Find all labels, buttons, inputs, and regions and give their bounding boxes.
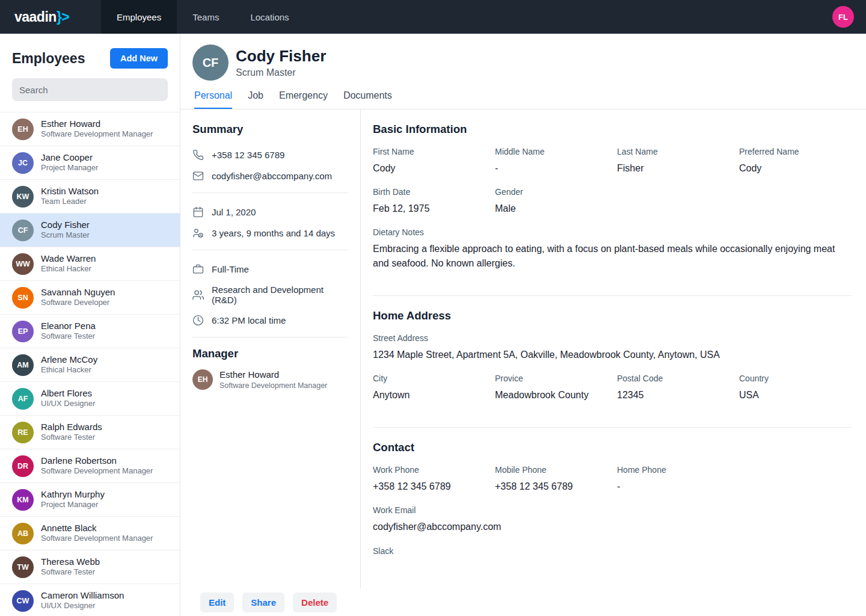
profile-role: Scrum Master xyxy=(236,67,326,78)
employee-avatar: RE xyxy=(12,422,34,443)
main-panel: CF Cody Fisher Scrum Master Personal Job… xyxy=(180,34,866,616)
topnav-item[interactable]: Teams xyxy=(177,0,235,34)
employee-job-title: Ethical Hacker xyxy=(41,264,96,274)
employee-job-title: Software Tester xyxy=(41,567,100,578)
employee-name: Jane Cooper xyxy=(41,152,98,164)
field: Gender Male xyxy=(495,187,607,215)
field: Slack xyxy=(373,546,485,561)
summary-employment-type-value: Full-Time xyxy=(212,264,249,274)
field-row: Dietary Notes Embracing a flexible appro… xyxy=(373,227,852,270)
employee-text: Annette Black Software Development Manag… xyxy=(41,523,153,544)
employee-text: Cameron Williamson UI/UX Designer xyxy=(41,590,124,612)
field-row: Street Address 1234 Maple Street, Apartm… xyxy=(373,333,852,362)
employee-name: Eleanor Pena xyxy=(41,321,96,332)
field-value: 12345 xyxy=(617,388,729,402)
section-rows: First Name Cody Middle Name - xyxy=(373,147,852,270)
employee-list-item[interactable]: SN Savannah Nguyen Software Developer xyxy=(0,281,180,315)
field-label: First Name xyxy=(373,147,485,156)
employee-list-item[interactable]: KM Kathryn Murphy Project Manager xyxy=(0,483,180,517)
manager-name: Esther Howard xyxy=(220,369,327,381)
field-row: Birth Date Feb 12, 1975 Gender Male xyxy=(373,187,852,215)
employee-list-item[interactable]: AF Albert Flores UI/UX Designer xyxy=(0,382,180,416)
field: Mobile Phone +358 12 345 6789 xyxy=(495,465,607,493)
employee-avatar: CF xyxy=(12,220,34,241)
profile-avatar: CF xyxy=(192,45,229,81)
field-value: Cody xyxy=(373,161,485,175)
employee-list-item[interactable]: CF Cody Fisher Scrum Master xyxy=(0,214,180,247)
user-initials: FL xyxy=(838,13,848,22)
summary-tenure-value: 3 years, 9 months and 14 days xyxy=(212,228,335,238)
employee-avatar: TW xyxy=(12,556,34,578)
employee-list-item[interactable]: AM Arlene McCoy Ethical Hacker xyxy=(0,348,180,382)
field-label: Work Email xyxy=(373,505,852,515)
employee-list-item[interactable]: CW Cameron Williamson UI/UX Designer xyxy=(0,584,180,616)
calendar-icon xyxy=(192,206,204,218)
field-label: Mobile Phone xyxy=(495,465,607,475)
employee-job-title: Software Development Manager xyxy=(41,466,153,476)
employee-list-item[interactable]: RE Ralph Edwards Software Tester xyxy=(0,416,180,449)
edit-button[interactable]: Edit xyxy=(200,593,234,612)
profile-tab[interactable]: Personal xyxy=(194,90,232,109)
field: Birth Date Feb 12, 1975 xyxy=(373,187,485,215)
search-input[interactable] xyxy=(12,78,168,101)
app-body: Employees Add New EH Esther Howard Softw… xyxy=(0,34,866,616)
mail-icon xyxy=(192,170,204,182)
summary-contact-group: +358 12 345 6789 codyfisher@abccompany.c… xyxy=(192,142,348,193)
add-new-button[interactable]: Add New xyxy=(110,48,168,69)
employee-list-item[interactable]: KW Kristin Watson Team Leader xyxy=(0,180,180,214)
section-heading: Contact xyxy=(373,441,852,454)
summary-phone: +358 12 345 6789 xyxy=(192,144,348,165)
employee-list-item[interactable]: DR Darlene Robertson Software Developmen… xyxy=(0,449,180,483)
employee-list-item[interactable]: EH Esther Howard Software Development Ma… xyxy=(0,112,180,146)
briefcase-icon xyxy=(192,263,204,275)
employee-text: Jane Cooper Project Manager xyxy=(41,152,98,174)
user-avatar[interactable]: FL xyxy=(832,6,854,28)
profile-tab[interactable]: Emergency xyxy=(279,90,328,109)
employee-text: Ralph Edwards Software Tester xyxy=(41,422,102,443)
summary-department-value: Research and Development (R&D) xyxy=(212,285,348,305)
employee-name: Savannah Nguyen xyxy=(41,287,115,298)
manager-identity: Esther Howard Software Development Manag… xyxy=(220,369,327,390)
manager-card[interactable]: EH Esther Howard Software Development Ma… xyxy=(192,369,348,390)
field-label: Slack xyxy=(373,546,485,556)
employee-name: Esther Howard xyxy=(41,119,153,130)
profile-tab[interactable]: Job xyxy=(248,90,263,109)
field: Postal Code 12345 xyxy=(617,374,729,402)
field-label: Work Phone xyxy=(373,465,485,475)
field-value: codyfisher@abccompany.com xyxy=(373,520,852,534)
sidebar-title: Employees xyxy=(12,51,85,67)
field-label: Home Phone xyxy=(617,465,729,475)
employee-list-item[interactable]: TW Theresa Webb Software Tester xyxy=(0,550,180,584)
employee-list-item[interactable]: JC Jane Cooper Project Manager xyxy=(0,146,180,180)
employee-name: Cody Fisher xyxy=(41,220,90,231)
employee-list-item[interactable]: AB Annette Black Software Development Ma… xyxy=(0,517,180,550)
employee-list-item[interactable]: WW Wade Warren Ethical Hacker xyxy=(0,247,180,281)
summary-job-group: Full-Time Research and Development (R&D) xyxy=(192,256,348,337)
profile-tab[interactable]: Documents xyxy=(343,90,392,109)
field-value: - xyxy=(617,479,729,493)
employee-avatar: AB xyxy=(12,523,34,544)
field-value: 1234 Maple Street, Apartment 5A, Oakvill… xyxy=(373,348,852,362)
share-button[interactable]: Share xyxy=(242,593,284,612)
department-icon xyxy=(192,289,204,301)
field-row: First Name Cody Middle Name - xyxy=(373,147,852,175)
field: Work Email codyfisher@abccompany.com xyxy=(373,505,852,534)
delete-button[interactable]: Delete xyxy=(293,593,337,612)
employee-name: Wade Warren xyxy=(41,253,96,265)
vaadin-logo[interactable]: vaadin}> xyxy=(0,9,101,25)
topnav-item[interactable]: Employees xyxy=(101,0,177,34)
employees-sidebar: Employees Add New EH Esther Howard Softw… xyxy=(0,34,180,616)
employee-job-title: UI/UX Designer xyxy=(41,601,124,611)
employee-text: Eleanor Pena Software Tester xyxy=(41,321,96,342)
phone-icon xyxy=(192,149,204,161)
employee-avatar: EH xyxy=(12,119,34,140)
field: Street Address 1234 Maple Street, Apartm… xyxy=(373,333,852,362)
employee-avatar: WW xyxy=(12,253,34,275)
employee-job-title: Software Developer xyxy=(41,298,115,308)
field-value: Meadowbrook County xyxy=(495,388,607,402)
field-label: Country xyxy=(739,374,852,383)
topnav-item[interactable]: Locations xyxy=(235,0,304,34)
summary-email-value: codyfisher@abccompany.com xyxy=(212,171,332,181)
field-value: Feb 12, 1975 xyxy=(373,202,485,215)
employee-list-item[interactable]: EP Eleanor Pena Software Tester xyxy=(0,315,180,348)
